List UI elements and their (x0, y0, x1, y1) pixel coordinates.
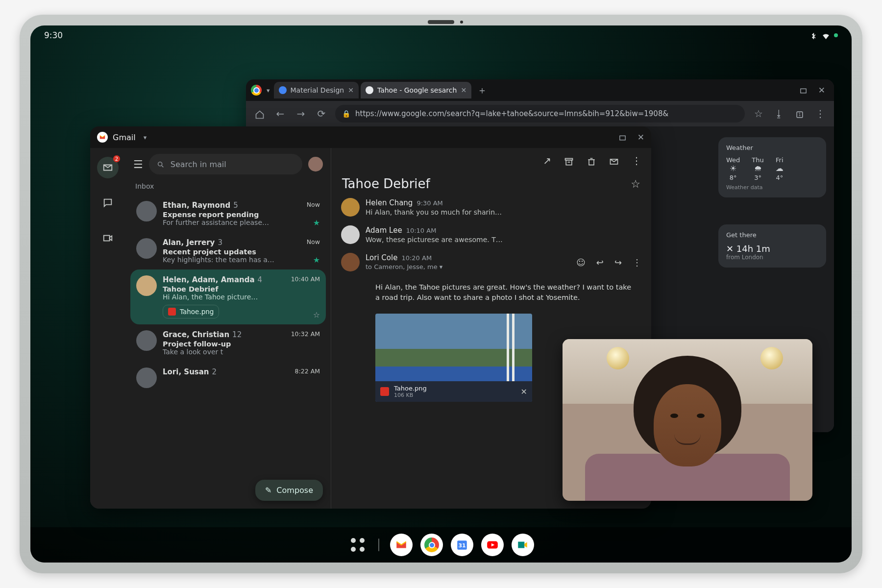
app-chevron-icon[interactable]: ▾ (144, 134, 147, 141)
subject: Recent project updates (163, 248, 320, 256)
attachment-size: 106 KB (394, 392, 427, 398)
download-icon[interactable]: ⭳ (772, 108, 786, 120)
timestamp: 10:40 AM (291, 275, 320, 283)
senders: Ethan, Raymond (163, 201, 230, 210)
close-attachment-icon[interactable]: ✕ (521, 387, 527, 396)
route-origin: from London (726, 254, 818, 261)
preview: Key highlights: the team has a… (163, 256, 320, 264)
weather-temp: 8° (730, 174, 737, 181)
app-title: Gmail (113, 133, 136, 142)
subject: Tahoe Debrief (163, 285, 320, 293)
dock-youtube-icon[interactable] (481, 534, 504, 556)
sender-avatar (136, 238, 157, 259)
sender-avatar (341, 225, 360, 244)
timestamp: 8:22 AM (295, 368, 320, 375)
compose-button[interactable]: ✎ Compose (255, 480, 323, 501)
sender-avatar (136, 330, 157, 351)
timestamp: 10:20 AM (401, 254, 432, 262)
dock-meet-icon[interactable] (512, 534, 534, 556)
back-icon[interactable]: ← (273, 108, 287, 120)
status-icons (809, 30, 838, 40)
sender-avatar (341, 253, 360, 271)
chrome-tabstrip: ▾ Material Design ✕ Tahoe - Google sesar… (246, 79, 834, 101)
forward-icon[interactable]: ↪ (614, 257, 622, 268)
close-tab-icon[interactable]: ✕ (461, 86, 466, 94)
close-tab-icon[interactable]: ✕ (348, 86, 354, 94)
subject: Project follow-up (163, 340, 320, 348)
account-avatar[interactable] (308, 157, 323, 172)
thread-row[interactable]: Alan, Jerrery 3 Recent project updates K… (130, 232, 326, 270)
dock-gmail-icon[interactable] (390, 534, 413, 556)
home-icon[interactable] (253, 108, 267, 120)
rail-mail-icon[interactable] (97, 157, 119, 178)
close-window-icon[interactable]: ✕ (818, 85, 825, 95)
forward-icon[interactable]: → (294, 108, 308, 120)
senders: Alan, Jerrery (163, 238, 215, 247)
thread-count: 3 (218, 238, 222, 247)
collapsed-message[interactable]: Adam Lee10:10 AM Wow, these picturese ar… (341, 225, 641, 244)
tab-count-icon[interactable]: 1 (793, 108, 807, 120)
browser-tab-active[interactable]: Tahoe - Google sesarch ✕ (361, 82, 471, 98)
overflow-menu-icon[interactable]: ⋮ (632, 155, 641, 167)
attachment-chip[interactable]: Tahoe.png (163, 305, 219, 318)
chrome-account-chevron-icon[interactable]: ▾ (267, 87, 270, 94)
rail-meet-icon[interactable] (97, 227, 119, 249)
timestamp: 10:32 AM (291, 330, 320, 338)
thread-list[interactable]: Ethan, Raymond 5 Expense report pending … (125, 195, 331, 509)
tab-label: Tahoe - Google sesarch (377, 86, 457, 94)
browser-tab[interactable]: Material Design ✕ (274, 82, 359, 98)
sender-avatar (136, 275, 157, 296)
thread-row-selected[interactable]: Helen, Adam, Amanda 4 Tahoe Debrief Hi A… (130, 270, 326, 324)
sender-avatar (136, 201, 157, 221)
thread-row[interactable]: Grace, Christian 12 Project follow-up Ta… (130, 324, 326, 362)
dock-calendar-icon[interactable]: 31 (451, 534, 473, 556)
favicon-icon (279, 86, 287, 94)
close-window-icon[interactable]: ✕ (637, 132, 644, 142)
expand-icon[interactable]: ↗ (543, 155, 551, 167)
omnibox[interactable]: 🔒 https://www.google.com/search?q=lake+t… (335, 105, 745, 122)
weather-icon: ☀ (726, 164, 740, 173)
star-icon[interactable]: ☆ (313, 310, 320, 319)
search-input[interactable]: Search in mail (149, 154, 302, 174)
attachment-preview[interactable]: Tahoe.png 106 KB ✕ (375, 314, 532, 402)
mark-unread-icon[interactable] (609, 155, 619, 167)
new-tab-button[interactable]: ＋ (473, 84, 491, 97)
star-icon[interactable]: ☆ (752, 108, 765, 120)
sender-avatar (341, 198, 360, 217)
all-apps-button[interactable] (348, 535, 368, 555)
archive-icon[interactable] (564, 155, 574, 167)
search-placeholder: Search in mail (171, 160, 226, 169)
weather-icon: 🌧 (752, 164, 763, 173)
collapsed-message[interactable]: Helen Chang9:30 AM Hi Alan, thank you so… (341, 198, 641, 217)
card-title: Get there (726, 231, 818, 239)
menu-icon[interactable]: ☰ (133, 158, 143, 171)
star-icon[interactable]: ☆ (631, 178, 640, 190)
card-title: Weather (726, 144, 818, 151)
video-call-pip[interactable] (563, 339, 812, 501)
image-icon (168, 308, 176, 316)
svg-rect-4 (104, 236, 110, 241)
thread-row[interactable]: Ethan, Raymond 5 Expense report pending … (130, 195, 326, 232)
thread-count: 5 (233, 201, 238, 210)
maximize-icon[interactable] (618, 132, 627, 142)
reload-icon[interactable]: ⟳ (315, 108, 328, 120)
star-icon[interactable]: ★ (313, 218, 320, 227)
timestamp: Now (307, 201, 320, 208)
rail-chat-icon[interactable] (97, 192, 119, 214)
thread-count: 12 (232, 330, 242, 339)
dock-chrome-icon[interactable] (420, 534, 443, 556)
star-icon[interactable]: ★ (313, 255, 320, 265)
overflow-menu-icon[interactable]: ⋮ (633, 257, 641, 268)
weather-card[interactable]: Weather Wed☀8° Thu🌧3° Fri☁4° Weather dat… (718, 137, 826, 197)
overflow-menu-icon[interactable]: ⋮ (813, 108, 827, 120)
delete-icon[interactable] (587, 155, 596, 167)
preview: For further assistance please… (163, 219, 320, 226)
android-status-bar: 9:30 (30, 25, 852, 45)
maximize-icon[interactable] (799, 85, 808, 95)
chevron-down-icon[interactable]: ▾ (440, 263, 443, 270)
thread-row[interactable]: Lori, Susan 2 8:22 AM (130, 362, 326, 394)
directions-card[interactable]: Get there ✕ 14h 1m from London (718, 224, 826, 268)
emoji-icon[interactable]: ☺ (576, 257, 586, 268)
senders: Grace, Christian (163, 330, 229, 339)
reply-icon[interactable]: ↩ (596, 257, 604, 268)
